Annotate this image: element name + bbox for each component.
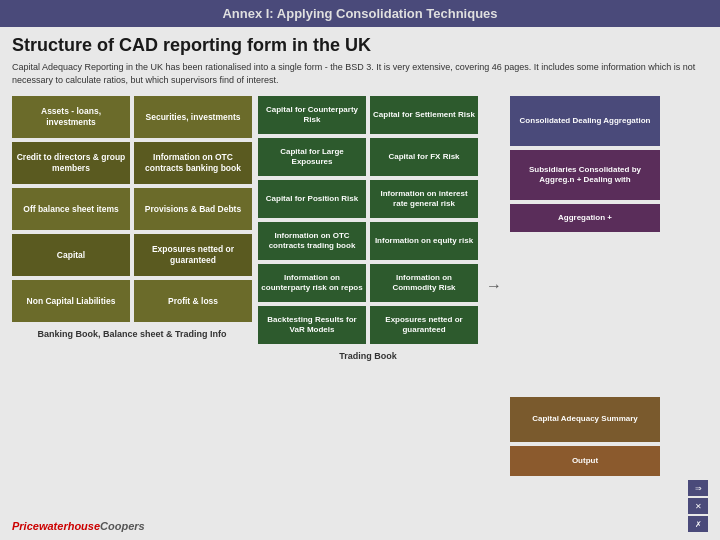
right-arrow: →: [484, 96, 504, 476]
trading-book-grid: Capital for Counterparty Risk Capital fo…: [258, 96, 478, 344]
trading-book-label: Trading Book: [258, 351, 478, 361]
cap-large-cell: Capital for Large Exposures: [258, 138, 366, 176]
assets-loans-cell: Assets - loans, investments: [12, 96, 130, 138]
provisions-cell: Provisions & Bad Debts: [134, 188, 252, 230]
non-capital-cell: Non Capital Liabilities: [12, 280, 130, 322]
credit-directors-cell: Credit to directors & group members: [12, 142, 130, 184]
exposures-trading-cell: Exposures netted or guaranteed: [370, 306, 478, 344]
content-area: Structure of CAD reporting form in the U…: [0, 27, 720, 540]
cap-position-cell: Capital for Position Risk: [258, 180, 366, 218]
info-otc-trading-cell: Information on OTC contracts trading boo…: [258, 222, 366, 260]
logo-text: PricewaterhouseCoopers: [12, 520, 145, 532]
subsidiaries-cell: Subsidiaries Consolidated by Aggreg.n + …: [510, 150, 660, 200]
title-bar: Annex I: Applying Consolidation Techniqu…: [0, 0, 720, 27]
title-text: Annex I: Applying Consolidation Techniqu…: [222, 6, 497, 21]
profit-loss-cell: Profit & loss: [134, 280, 252, 322]
cap-counterparty-cell: Capital for Counterparty Risk: [258, 96, 366, 134]
main-layout: Assets - loans, investments Securities, …: [12, 96, 708, 476]
page-title: Structure of CAD reporting form in the U…: [12, 35, 708, 56]
exposures-netted-cell: Exposures netted or guaranteed: [134, 234, 252, 276]
info-equity-cell: Information on equity risk: [370, 222, 478, 260]
output-cell: Output: [510, 446, 660, 476]
backtesting-cell: Backtesting Results for VaR Models: [258, 306, 366, 344]
nav-arrow-icon[interactable]: ⇒: [688, 480, 708, 496]
logo-area: PricewaterhouseCoopers: [12, 520, 145, 532]
capital-cell: Capital: [12, 234, 130, 276]
info-commodity-cell: Information on Commodity Risk: [370, 264, 478, 302]
bottom-section: PricewaterhouseCoopers ⇒ ✕ ✗: [12, 480, 708, 532]
info-interest-cell: Information on interest rate general ris…: [370, 180, 478, 218]
aggregation-cell: Aggregation +: [510, 204, 660, 232]
capital-summary-cell: Capital Adequacy Summary: [510, 397, 660, 442]
nav-icons: ⇒ ✕ ✗: [688, 480, 708, 532]
trading-book-section: Capital for Counterparty Risk Capital fo…: [258, 96, 478, 476]
description-text: Capital Adequacy Reporting in the UK has…: [12, 61, 708, 86]
nav-close-icon[interactable]: ✕: [688, 498, 708, 514]
securities-investments-cell: Securities, investments: [134, 96, 252, 138]
cap-settlement-cell: Capital for Settlement Risk: [370, 96, 478, 134]
page-wrapper: Annex I: Applying Consolidation Techniqu…: [0, 0, 720, 540]
cap-fx-cell: Capital for FX Risk: [370, 138, 478, 176]
consolidated-section: Consolidated Dealing Aggregation Subsidi…: [510, 96, 660, 476]
banking-book-label: Banking Book, Balance sheet & Trading In…: [12, 329, 252, 339]
off-balance-cell: Off balance sheet items: [12, 188, 130, 230]
info-counterparty-cell: Information on counterparty risk on repo…: [258, 264, 366, 302]
banking-book-section: Assets - loans, investments Securities, …: [12, 96, 252, 476]
nav-x-icon[interactable]: ✗: [688, 516, 708, 532]
info-otc-cell: Information on OTC contracts banking boo…: [134, 142, 252, 184]
consolidated-header: Consolidated Dealing Aggregation: [510, 96, 660, 146]
banking-book-grid: Assets - loans, investments Securities, …: [12, 96, 252, 322]
